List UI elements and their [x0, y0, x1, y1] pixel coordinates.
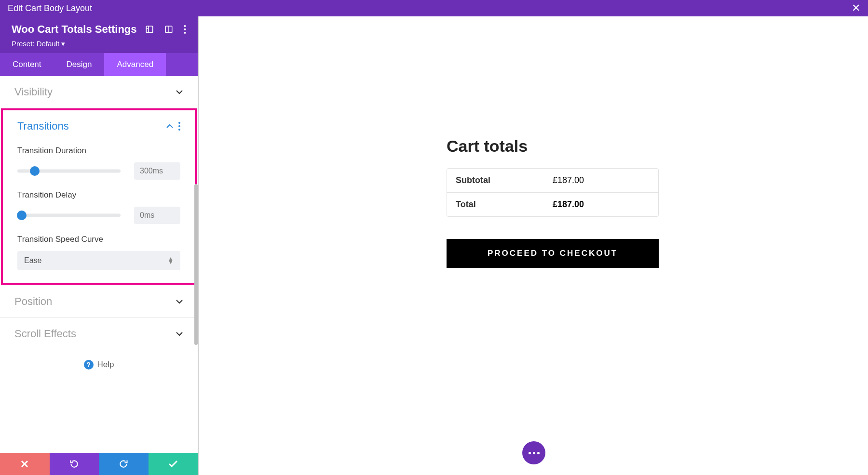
chevron-down-icon	[176, 298, 183, 305]
accordion-settings: Visibility Transitions Trans	[0, 76, 198, 453]
proceed-to-checkout-button[interactable]: PROCEED TO CHECKOUT	[447, 239, 659, 268]
panel-layout-icon[interactable]	[164, 25, 173, 34]
tab-design[interactable]: Design	[54, 53, 105, 76]
chevron-up-icon	[166, 122, 174, 130]
svg-point-7	[178, 129, 180, 131]
help-icon: ?	[84, 360, 94, 369]
accordion-scroll-effects[interactable]: Scroll Effects	[0, 318, 198, 350]
help-label: Help	[97, 360, 114, 369]
transition-duration-label: Transition Duration	[17, 146, 180, 156]
sidebar-title: Woo Cart Totals Settings	[12, 23, 137, 36]
help-link[interactable]: ? Help	[0, 350, 198, 379]
svg-point-5	[178, 122, 180, 124]
accordion-transitions-label: Transitions	[17, 120, 69, 132]
accordion-position-label: Position	[14, 295, 52, 308]
transition-delay-input[interactable]: 0ms	[134, 207, 180, 224]
select-caret-icon: ▲▼	[168, 257, 174, 264]
cart-totals-widget: Cart totals Subtotal £187.00 Total £187.…	[447, 137, 659, 268]
transition-duration-input[interactable]: 300ms	[134, 162, 180, 180]
transition-delay-label: Transition Delay	[17, 190, 180, 200]
transition-delay-slider[interactable]	[17, 211, 121, 220]
svg-point-2	[184, 25, 186, 27]
more-icon[interactable]	[178, 122, 180, 131]
settings-sidebar: Woo Cart Totals Settings Preset: Default…	[0, 16, 199, 475]
svg-point-6	[178, 125, 180, 127]
chevron-down-icon	[176, 88, 183, 96]
preset-dropdown[interactable]: Preset: Default ▾	[12, 40, 186, 48]
cancel-button[interactable]	[0, 453, 50, 475]
svg-rect-0	[146, 26, 153, 33]
table-row: Subtotal £187.00	[447, 169, 658, 193]
expand-icon[interactable]	[145, 25, 154, 34]
sidebar-header: Woo Cart Totals Settings Preset: Default…	[0, 16, 198, 53]
save-button[interactable]	[149, 453, 198, 475]
tab-advanced[interactable]: Advanced	[104, 53, 166, 76]
undo-button[interactable]	[50, 453, 99, 475]
action-bar	[0, 453, 198, 475]
tab-content[interactable]: Content	[0, 53, 54, 76]
top-bar: Edit Cart Body Layout ✕	[0, 0, 868, 16]
transition-speed-select[interactable]: Ease ▲▼	[17, 251, 180, 270]
subtotal-label: Subtotal	[456, 175, 553, 185]
cart-totals-table: Subtotal £187.00 Total £187.00	[447, 168, 659, 217]
cart-totals-heading: Cart totals	[447, 137, 659, 156]
transition-duration-slider[interactable]	[17, 166, 121, 176]
accordion-visibility-label: Visibility	[14, 86, 53, 98]
subtotal-value: £187.00	[553, 175, 584, 185]
transition-speed-value: Ease	[24, 256, 41, 265]
svg-point-4	[184, 32, 186, 34]
chevron-down-icon	[176, 330, 183, 338]
accordion-position[interactable]: Position	[0, 286, 198, 318]
accordion-scroll-effects-label: Scroll Effects	[14, 328, 76, 340]
page-settings-fab[interactable]	[522, 441, 545, 464]
redo-button[interactable]	[99, 453, 149, 475]
accordion-visibility[interactable]: Visibility	[0, 76, 198, 108]
close-icon[interactable]: ✕	[852, 2, 860, 14]
svg-point-3	[184, 28, 186, 30]
scrollbar-thumb[interactable]	[194, 184, 198, 345]
transition-speed-label: Transition Speed Curve	[17, 235, 180, 244]
top-bar-title: Edit Cart Body Layout	[8, 3, 92, 13]
preview-canvas: Cart totals Subtotal £187.00 Total £187.…	[200, 16, 868, 475]
total-value: £187.00	[553, 199, 584, 210]
accordion-transitions-header[interactable]: Transitions	[3, 110, 195, 142]
accordion-transitions: Transitions Transition Duration	[1, 108, 197, 285]
more-icon[interactable]	[184, 25, 186, 34]
settings-tabs: Content Design Advanced	[0, 53, 198, 76]
table-row: Total £187.00	[447, 193, 658, 216]
total-label: Total	[456, 199, 553, 210]
